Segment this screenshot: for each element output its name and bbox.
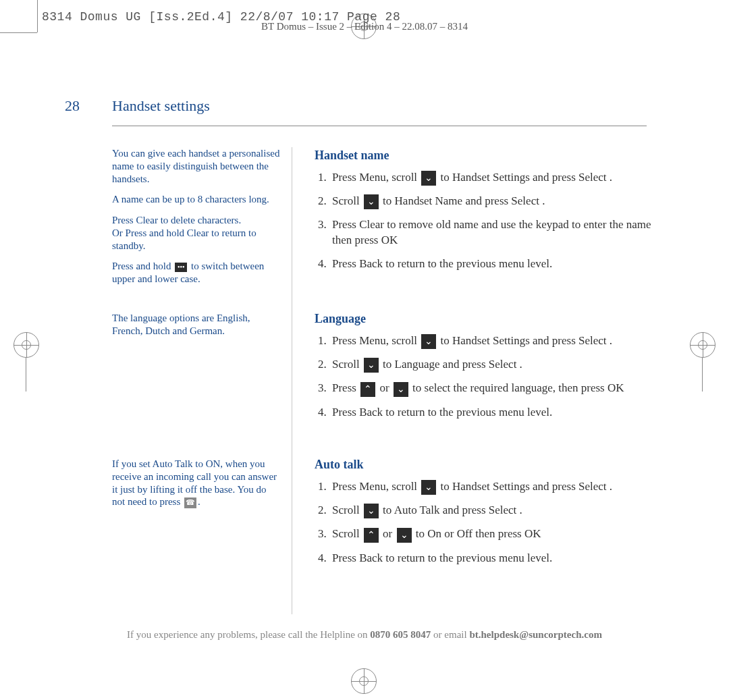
sidebar-text: The language options are English, French… — [112, 312, 281, 338]
step-text: Scroll — [332, 194, 362, 207]
sidebar-block-handset-name: You can give each handset a personalised… — [112, 147, 281, 294]
sidebar-block-language: The language options are English, French… — [112, 312, 281, 346]
crop-line — [26, 358, 26, 392]
step-text: Press Menu, scroll — [332, 171, 420, 184]
section-auto-talk: Auto talk Press Menu, scroll ⌄ to Handse… — [315, 456, 652, 574]
sidebar-text: Or Press and hold Clear to return to sta… — [112, 227, 256, 251]
step: Press Menu, scroll ⌄ to Handset Settings… — [329, 479, 652, 495]
step-text: Press — [332, 381, 359, 394]
section-heading: Handset name — [315, 147, 652, 163]
column-divider — [292, 147, 292, 614]
step-text: to Handset Settings and press Select . — [437, 171, 612, 184]
step: Press Back to return to the previous men… — [329, 257, 652, 272]
crop-target-icon — [351, 668, 377, 694]
section-handset-name: Handset name Press Menu, scroll ⌄ to Han… — [315, 147, 652, 280]
section-language: Language Press Menu, scroll ⌄ to Handset… — [315, 311, 652, 429]
helpline-text: If you experience any problems, please c… — [127, 629, 370, 640]
step-text: Press Menu, scroll — [332, 334, 420, 347]
crop-line — [0, 32, 37, 33]
step: Press Back to return to the previous men… — [329, 405, 652, 421]
chevron-down-icon: ⌄ — [421, 171, 436, 186]
step-text: to Auto Talk and press Select . — [380, 504, 522, 516]
step: Press ⌃ or ⌄ to select the required lang… — [329, 381, 652, 396]
crop-line — [0, 1, 76, 2]
crop-line — [702, 358, 703, 392]
step-text: to Handset Settings and press Select . — [437, 480, 612, 493]
helpline-footer: If you experience any problems, please c… — [0, 629, 729, 641]
edition-line: BT Domus – Issue 2 – Edition 4 – 22.08.0… — [0, 21, 729, 32]
crop-target-icon — [14, 332, 39, 358]
sidebar-text: Press and hold ••• to switch between upp… — [112, 260, 281, 286]
step: Scroll ⌃ or ⌄ to On or Off then press OK — [329, 527, 652, 542]
step: Press Menu, scroll ⌄ to Handset Settings… — [329, 333, 652, 349]
sidebar-block-auto-talk: If you set Auto Talk to ON, when you rec… — [112, 458, 281, 516]
step: Scroll ⌄ to Language and press Select . — [329, 357, 652, 373]
chevron-down-icon: ⌄ — [421, 480, 436, 495]
step: Press Clear to remove old name and use t… — [329, 217, 652, 248]
chevron-down-icon: ⌄ — [421, 334, 436, 349]
step-text: Press Menu, scroll — [332, 480, 420, 493]
case-key-icon: ••• — [175, 263, 187, 272]
chevron-up-icon: ⌃ — [364, 528, 379, 543]
page-number: 28 — [65, 97, 80, 115]
chevron-up-icon: ⌃ — [360, 382, 375, 397]
chevron-down-icon: ⌄ — [364, 504, 379, 518]
section-heading: Auto talk — [315, 456, 652, 473]
step-text: or — [377, 381, 392, 394]
step-text: or — [380, 527, 396, 540]
step: Scroll ⌄ to Auto Talk and press Select . — [329, 503, 652, 518]
step: Press Menu, scroll ⌄ to Handset Settings… — [329, 170, 652, 186]
phone-key-icon: ☎ — [184, 497, 196, 508]
chevron-down-icon: ⌄ — [397, 528, 412, 543]
chevron-down-icon: ⌄ — [364, 194, 379, 209]
sidebar-text: Press Clear to delete characters. Or Pre… — [112, 214, 281, 252]
step-text: to Handset Name and press Select . — [380, 194, 545, 207]
helpline-phone: 0870 605 8047 — [370, 629, 431, 640]
sidebar-text: Press Clear to delete characters. — [112, 215, 241, 225]
step-text: Scroll — [332, 504, 362, 516]
step-text: Scroll — [332, 358, 362, 371]
page-title: Handset settings — [112, 97, 210, 115]
step-text: Scroll — [332, 527, 362, 540]
step-text: to Handset Settings and press Select . — [437, 334, 612, 347]
sidebar-text: If you set Auto Talk to ON, when you rec… — [112, 458, 281, 508]
title-rule — [112, 126, 647, 126]
chevron-down-icon: ⌄ — [364, 358, 379, 373]
section-heading: Language — [315, 311, 652, 327]
step-text: to select the required language, then pr… — [410, 381, 624, 394]
sidebar-text: You can give each handset a personalised… — [112, 147, 281, 185]
sidebar-text: A name can be up to 8 characters long. — [112, 193, 281, 206]
sidebar-text: Press and hold — [112, 261, 173, 271]
helpline-email: bt.helpdesk@suncorptech.com — [469, 629, 601, 640]
chevron-down-icon: ⌄ — [394, 382, 408, 397]
step-text: to On or Off then press OK — [413, 527, 541, 540]
sidebar-text: . — [198, 496, 200, 507]
step: Scroll ⌄ to Handset Name and press Selec… — [329, 194, 652, 209]
crop-target-icon — [690, 332, 716, 358]
helpline-text: or email — [431, 629, 469, 640]
step: Press Back to return to the previous men… — [329, 551, 652, 566]
step-text: to Language and press Select . — [380, 358, 522, 371]
